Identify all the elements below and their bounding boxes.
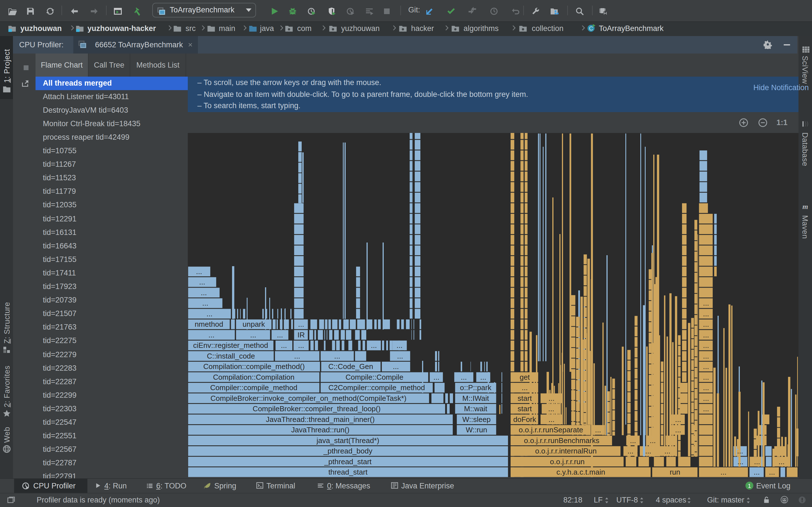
svg-text:...: ...: [548, 394, 555, 402]
svg-text:...: ...: [298, 341, 304, 349]
svg-text:...: ...: [461, 373, 467, 381]
svg-text:Compiler::compile_method: Compiler::compile_method: [210, 383, 297, 392]
svg-text:...: ...: [703, 330, 709, 339]
svg-text:...: ...: [703, 298, 709, 307]
svg-text:Compile::Compile: Compile::Compile: [345, 373, 403, 381]
svg-text:...: ...: [201, 288, 207, 297]
svg-text:o::P::park: o::P::park: [460, 383, 492, 392]
svg-text:...: ...: [334, 351, 340, 360]
svg-text:...: ...: [703, 394, 709, 402]
svg-text:...: ...: [703, 341, 709, 349]
svg-text:...: ...: [703, 320, 709, 328]
svg-text:...: ...: [664, 446, 670, 455]
svg-text:C::install_code: C::install_code: [207, 351, 255, 360]
svg-text:CompileBroker::compiler_thread: CompileBroker::compiler_thread_loop(): [253, 404, 380, 413]
svg-text:...: ...: [548, 404, 554, 413]
svg-text:IR: IR: [297, 330, 305, 339]
svg-text:o.o.j.r.r.run: o.o.j.r.r.run: [550, 457, 585, 466]
svg-text:...: ...: [434, 373, 440, 381]
svg-text:...: ...: [675, 415, 681, 424]
svg-text:...: ...: [703, 404, 709, 413]
svg-text:start: start: [518, 394, 532, 402]
svg-text:...: ...: [737, 446, 743, 455]
svg-text:...: ...: [208, 330, 214, 339]
svg-text:...: ...: [294, 351, 300, 360]
svg-text:...: ...: [199, 277, 205, 286]
svg-text:JavaThread::thread_main_inner(: JavaThread::thread_main_inner(): [266, 415, 375, 424]
svg-text:...: ...: [522, 383, 528, 392]
svg-text:CompileBroker::invoke_compiler: CompileBroker::invoke_compiler_on_method…: [210, 394, 406, 402]
svg-text:...: ...: [778, 457, 784, 466]
svg-text:...: ...: [737, 457, 744, 466]
svg-text:...: ...: [645, 446, 651, 455]
svg-text:...: ...: [396, 341, 403, 349]
svg-text:nmethod: nmethod: [195, 320, 223, 328]
svg-text:W::sleep: W::sleep: [462, 415, 491, 424]
svg-text:ciEnv::register_method: ciEnv::register_method: [193, 341, 268, 349]
svg-text:M::wait: M::wait: [464, 404, 488, 413]
svg-text:...: ...: [703, 362, 709, 371]
svg-text:C2Compiler::compile_method: C2Compiler::compile_method: [328, 383, 425, 392]
svg-text:...: ...: [675, 425, 681, 434]
svg-text:...: ...: [703, 373, 709, 381]
svg-text:C::Code_Gen: C::Code_Gen: [328, 362, 373, 371]
svg-text:...: ...: [627, 446, 633, 455]
svg-text:...: ...: [720, 467, 726, 476]
svg-text:...: ...: [703, 309, 709, 318]
svg-text:...: ...: [277, 330, 283, 339]
svg-text:Compilation::Compilation: Compilation::Compilation: [213, 373, 294, 381]
svg-text:m: m: [802, 203, 808, 211]
svg-text:...: ...: [548, 415, 555, 424]
svg-text:o.o.j.r.r.runSeparate: o.o.j.r.r.runSeparate: [519, 425, 583, 434]
svg-text:...: ...: [393, 362, 399, 371]
svg-text:...: ...: [250, 330, 256, 339]
svg-text:run: run: [670, 467, 680, 476]
svg-text:...: ...: [397, 351, 403, 360]
svg-text:C: C: [589, 25, 593, 32]
svg-text:...: ...: [480, 373, 486, 381]
svg-text:_pthread_start: _pthread_start: [324, 457, 371, 466]
svg-text:start: start: [518, 404, 532, 413]
svg-text:JavaThread::run(): JavaThread::run(): [291, 425, 350, 434]
svg-text:M::IWait: M::IWait: [462, 394, 489, 402]
svg-text:...: ...: [754, 457, 760, 466]
svg-text:...: ...: [196, 267, 202, 276]
svg-text:Compilation::compile_method(): Compilation::compile_method(): [203, 362, 305, 371]
svg-text:get: get: [520, 373, 530, 381]
svg-text:java_start(Thread*): java_start(Thread*): [316, 436, 379, 445]
svg-text:...: ...: [298, 320, 304, 328]
svg-text:doFork: doFork: [513, 415, 537, 424]
svg-text:_pthread_body: _pthread_body: [323, 446, 372, 455]
svg-text:W::run: W::run: [466, 425, 487, 434]
svg-text:o.o.j.r.r.internalRun: o.o.j.r.r.internalRun: [535, 446, 597, 455]
svg-text:...: ...: [281, 341, 287, 349]
svg-text:...: ...: [371, 341, 377, 349]
svg-text:...: ...: [202, 298, 208, 307]
svg-text:...: ...: [703, 351, 709, 360]
svg-text:...: ...: [769, 467, 775, 476]
svg-text:...: ...: [703, 383, 709, 392]
svg-text:...: ...: [754, 467, 760, 476]
svg-text:...: ...: [206, 309, 213, 318]
svg-text:unpark: unpark: [243, 320, 265, 328]
svg-text:...: ...: [650, 436, 656, 445]
svg-text:...: ...: [595, 425, 601, 434]
svg-text:thread_start: thread_start: [328, 467, 368, 476]
svg-text:...: ...: [630, 436, 636, 445]
svg-text:c.y.h.a.c.t.main: c.y.h.a.c.t.main: [557, 467, 605, 476]
svg-text:o.o.j.r.r.runBenchmarks: o.o.j.r.r.runBenchmarks: [524, 436, 599, 445]
